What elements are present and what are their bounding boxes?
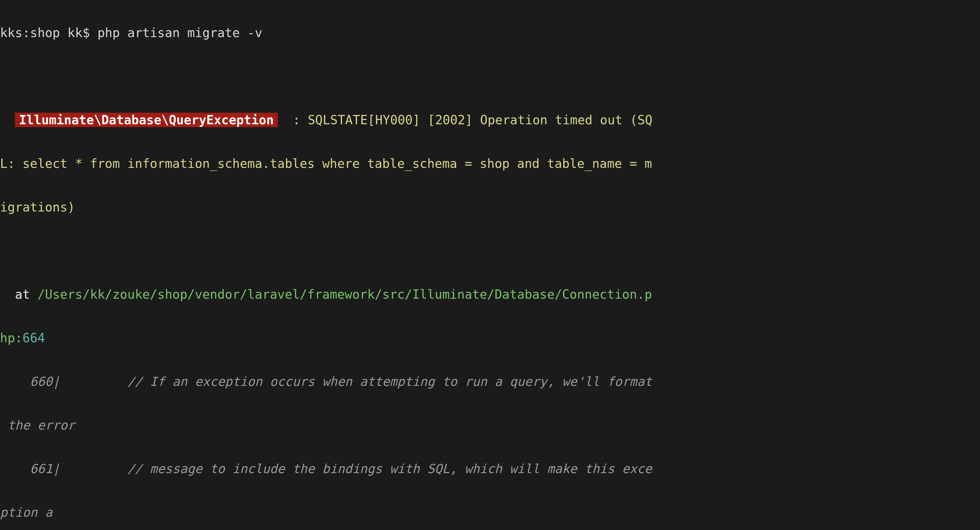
exception-message-2: L: select * from information_schema.tabl… xyxy=(0,153,980,174)
gutter: 661| xyxy=(0,461,127,476)
code-660-wrap: the error xyxy=(0,414,980,436)
gutter: 660| xyxy=(0,374,127,389)
terminal-output[interactable]: kks:shop kk$ php artisan migrate -v Illu… xyxy=(0,0,980,530)
shell-command: php artisan migrate -v xyxy=(97,26,262,40)
comment: // message to include the bindings with … xyxy=(127,461,652,476)
prompt-line: kks:shop kk$ php artisan migrate -v xyxy=(0,22,980,44)
colon: : xyxy=(15,331,22,345)
pad xyxy=(0,113,15,127)
code-661-wrap: ption a xyxy=(0,501,980,523)
location-line-1: at /Users/kk/zouke/shop/vendor/laravel/f… xyxy=(0,283,980,305)
line-number: 664 xyxy=(22,331,45,345)
comment: // If an exception occurs when attemptin… xyxy=(127,374,652,389)
exception-message-1: SQLSTATE[HY000] [2002] Operation timed o… xyxy=(308,113,653,127)
exception-sep: : xyxy=(278,113,308,127)
file-path-2: hp xyxy=(0,331,15,345)
location-line-2: hp:664 xyxy=(0,327,980,349)
shell-prompt: kks:shop kk$ xyxy=(0,26,97,40)
exception-header: Illuminate\Database\QueryException : SQL… xyxy=(0,109,980,131)
blank-line xyxy=(0,240,980,262)
exception-message-3: igrations) xyxy=(0,196,980,218)
code-661: 661| // message to include the bindings … xyxy=(0,458,980,480)
code-660: 660| // If an exception occurs when atte… xyxy=(0,370,980,393)
blank-line xyxy=(0,65,980,87)
file-path-1: /Users/kk/zouke/shop/vendor/laravel/fram… xyxy=(37,287,652,302)
exception-class-badge: Illuminate\Database\QueryException xyxy=(15,113,278,127)
at-label: at xyxy=(0,287,37,302)
